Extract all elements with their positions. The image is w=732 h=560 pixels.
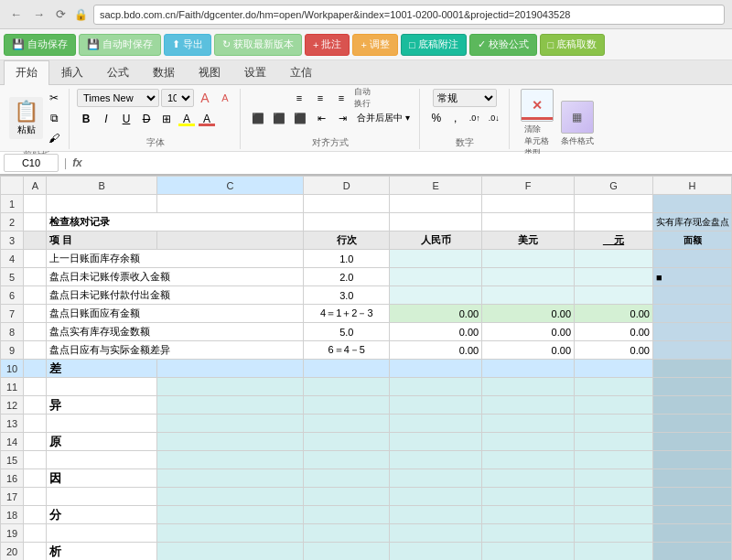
cell-h1[interactable] xyxy=(653,195,732,213)
cell-f10[interactable] xyxy=(482,360,575,378)
cell-g11[interactable] xyxy=(575,378,653,396)
cell-f1[interactable] xyxy=(482,195,575,213)
cell-a18[interactable] xyxy=(24,506,47,524)
cell-d19[interactable] xyxy=(304,524,390,543)
align-left-button[interactable]: ⬛ xyxy=(248,109,268,127)
cell-c13[interactable] xyxy=(156,415,303,433)
cell-d15[interactable] xyxy=(304,451,390,469)
cell-b12[interactable]: 异 xyxy=(47,396,156,415)
cell-a9[interactable] xyxy=(24,341,47,360)
cell-f8[interactable]: 0.00 xyxy=(482,323,575,341)
cond-format-button[interactable]: ▦ xyxy=(561,101,594,134)
font-name-select[interactable]: Times New xyxy=(77,89,159,107)
refresh-button[interactable]: ⟳ xyxy=(53,5,69,23)
cell-b10[interactable]: 差 xyxy=(47,360,156,378)
cell-c10[interactable] xyxy=(156,360,303,378)
cell-c17[interactable] xyxy=(156,488,303,506)
cell-b9[interactable]: 盘点日应有与实际金额差异 xyxy=(47,341,304,360)
cell-g10[interactable] xyxy=(575,360,653,378)
decrease-decimal-button[interactable]: .0↓ xyxy=(485,109,503,127)
paste-button[interactable]: 📋 粘贴 xyxy=(9,97,43,139)
cell-e9[interactable]: 0.00 xyxy=(390,341,482,360)
cell-e6[interactable] xyxy=(390,286,482,305)
cell-e16[interactable] xyxy=(390,469,482,488)
cell-h3[interactable]: 面额 xyxy=(653,232,732,250)
get-latest-button[interactable]: ↻ 获取最新版本 xyxy=(214,34,302,56)
cell-a14[interactable] xyxy=(24,433,47,451)
formula-input[interactable] xyxy=(86,154,728,172)
increase-font-button[interactable]: A xyxy=(196,89,214,107)
cell-g15[interactable] xyxy=(575,451,653,469)
cell-h5[interactable]: ■ xyxy=(653,268,732,286)
cell-f11[interactable] xyxy=(482,378,575,396)
cell-e5[interactable] xyxy=(390,268,482,286)
cell-c3[interactable] xyxy=(156,232,303,250)
cell-h19[interactable] xyxy=(653,524,732,543)
cell-a16[interactable] xyxy=(24,469,47,488)
cell-f12[interactable] xyxy=(482,396,575,415)
col-header-h[interactable]: H xyxy=(653,177,732,195)
cell-f2[interactable] xyxy=(482,213,575,232)
cell-b14[interactable]: 原 xyxy=(47,433,156,451)
cell-d18[interactable] xyxy=(304,506,390,524)
cell-h15[interactable] xyxy=(653,451,732,469)
back-button[interactable]: ← xyxy=(7,5,25,23)
cell-d10[interactable] xyxy=(304,360,390,378)
cell-f13[interactable] xyxy=(482,415,575,433)
font-size-select[interactable]: 10 xyxy=(161,89,194,107)
bold-button[interactable]: B xyxy=(77,110,95,128)
cell-b13[interactable] xyxy=(47,415,156,433)
cell-c20[interactable] xyxy=(156,543,303,561)
cell-f6[interactable] xyxy=(482,286,575,305)
address-bar[interactable] xyxy=(93,5,725,25)
col-header-e[interactable]: E xyxy=(390,177,482,195)
cell-f18[interactable] xyxy=(482,506,575,524)
forward-button[interactable]: → xyxy=(30,5,48,23)
cell-d8[interactable]: 5.0 xyxy=(304,323,390,341)
strikethrough-button[interactable]: D xyxy=(137,110,156,128)
cell-c1[interactable] xyxy=(156,195,303,213)
cell-h2[interactable]: 实有库存现金盘点 xyxy=(653,213,732,232)
cell-h4[interactable] xyxy=(653,250,732,268)
cell-e3[interactable]: 人民币 xyxy=(390,232,482,250)
cell-g12[interactable] xyxy=(575,396,653,415)
cell-b4[interactable]: 上一日账面库存余额 xyxy=(47,250,304,268)
cell-d1[interactable] xyxy=(304,195,390,213)
cell-g6[interactable] xyxy=(575,286,653,305)
cell-h18[interactable] xyxy=(653,506,732,524)
cell-h20[interactable] xyxy=(653,543,732,561)
verify-formula-button[interactable]: ✓ 校验公式 xyxy=(469,34,537,56)
align-top-right-button[interactable]: ≡ xyxy=(331,89,351,107)
cell-b3[interactable]: 项 目 xyxy=(47,232,156,250)
cell-d17[interactable] xyxy=(304,488,390,506)
cell-g20[interactable] xyxy=(575,543,653,561)
cell-b7[interactable]: 盘点日账面应有金额 xyxy=(47,305,304,323)
cell-d11[interactable] xyxy=(304,378,390,396)
cell-b18[interactable]: 分 xyxy=(47,506,156,524)
cell-g19[interactable] xyxy=(575,524,653,543)
cell-b5[interactable]: 盘点日未记账传票收入金额 xyxy=(47,268,304,286)
cell-e15[interactable] xyxy=(390,451,482,469)
cell-b6[interactable]: 盘点日未记账付款付出金额 xyxy=(47,286,304,305)
cell-g1[interactable] xyxy=(575,195,653,213)
cell-d5[interactable]: 2.0 xyxy=(304,268,390,286)
decrease-font-button[interactable]: A xyxy=(216,89,234,107)
cell-b20[interactable]: 析 xyxy=(47,543,156,561)
cell-c15[interactable] xyxy=(156,451,303,469)
tab-lixin[interactable]: 立信 xyxy=(278,60,324,84)
cell-c19[interactable] xyxy=(156,524,303,543)
cell-h11[interactable] xyxy=(653,378,732,396)
cell-e11[interactable] xyxy=(390,378,482,396)
cell-e14[interactable] xyxy=(390,433,482,451)
indent-decrease-button[interactable]: ⇤ xyxy=(311,109,331,127)
cell-f17[interactable] xyxy=(482,488,575,506)
cell-a6[interactable] xyxy=(24,286,47,305)
cell-a20[interactable] xyxy=(24,543,47,561)
cell-h17[interactable] xyxy=(653,488,732,506)
clear-cell-button[interactable]: ✕ xyxy=(521,89,554,122)
cell-c11[interactable] xyxy=(156,378,303,396)
export-button[interactable]: ⬆ 导出 xyxy=(164,34,211,56)
font-color-button[interactable]: A xyxy=(198,110,216,128)
tab-formula[interactable]: 公式 xyxy=(95,60,141,84)
cell-h9[interactable] xyxy=(653,341,732,360)
